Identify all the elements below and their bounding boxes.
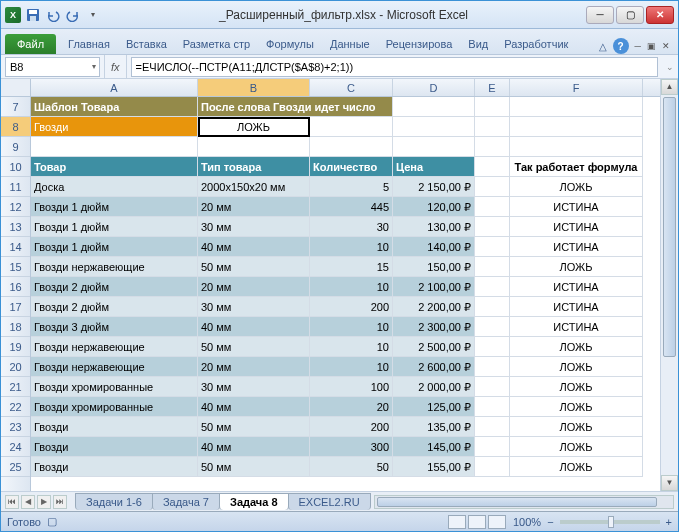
file-tab[interactable]: Файл (5, 34, 56, 54)
ribbon-tab[interactable]: Разметка стр (175, 34, 258, 54)
cell[interactable]: Количество (310, 157, 393, 177)
cell[interactable]: 30 (310, 217, 393, 237)
cell[interactable]: ИСТИНА (510, 217, 643, 237)
cell[interactable]: 2000х150х20 мм (198, 177, 310, 197)
cell[interactable]: Тип товара (198, 157, 310, 177)
cell[interactable]: Гвозди (31, 417, 198, 437)
sheet-nav-last-icon[interactable]: ⏭ (53, 495, 67, 509)
zoom-knob[interactable] (608, 516, 614, 528)
cell[interactable]: Гвозди 1 дюйм (31, 217, 198, 237)
cell[interactable]: 10 (310, 277, 393, 297)
help-icon[interactable]: ? (613, 38, 629, 54)
undo-icon[interactable] (45, 7, 61, 23)
cell[interactable]: ЛОЖЬ (510, 257, 643, 277)
ribbon-tab[interactable]: Разработчик (496, 34, 576, 54)
ribbon-min-icon[interactable]: △ (599, 41, 607, 52)
cell[interactable]: 40 мм (198, 237, 310, 257)
cell[interactable] (310, 117, 393, 137)
formula-bar[interactable]: =ЕЧИСЛО(--ПСТР(A11;ДЛСТР($A$8)+2;1)) (131, 57, 658, 77)
scroll-down-icon[interactable]: ▼ (661, 475, 678, 491)
cell[interactable]: 5 (310, 177, 393, 197)
cell[interactable]: Гвозди хромированные (31, 377, 198, 397)
cell[interactable]: Гвозди 2 дюйм (31, 297, 198, 317)
cell[interactable]: 140,00 ₽ (393, 237, 475, 257)
cell[interactable] (31, 137, 198, 157)
cell[interactable]: ЛОЖЬ (510, 437, 643, 457)
cell[interactable]: 2 150,00 ₽ (393, 177, 475, 197)
cells-area[interactable]: Шаблон ТовараПосле слова Гвозди идет чис… (31, 97, 660, 491)
cell[interactable]: 120,00 ₽ (393, 197, 475, 217)
cell[interactable]: 30 мм (198, 297, 310, 317)
row-header[interactable]: 25 (1, 457, 30, 477)
row-header[interactable]: 22 (1, 397, 30, 417)
maximize-button[interactable]: ▢ (616, 6, 644, 24)
cell[interactable] (475, 397, 510, 417)
cell[interactable]: 50 мм (198, 457, 310, 477)
ribbon-tab[interactable]: Данные (322, 34, 378, 54)
cell[interactable]: 10 (310, 237, 393, 257)
cell[interactable]: 125,00 ₽ (393, 397, 475, 417)
cell[interactable]: Гвозди 1 дюйм (31, 237, 198, 257)
cell[interactable]: Доска (31, 177, 198, 197)
row-header[interactable]: 13 (1, 217, 30, 237)
cell[interactable]: 20 мм (198, 197, 310, 217)
cell[interactable] (393, 117, 475, 137)
sheet-tab[interactable]: Задача 8 (219, 493, 289, 510)
cell[interactable]: 20 (310, 397, 393, 417)
cell[interactable]: 30 мм (198, 217, 310, 237)
row-header[interactable]: 24 (1, 437, 30, 457)
cell[interactable]: 50 (310, 457, 393, 477)
row-header[interactable]: 21 (1, 377, 30, 397)
cell[interactable]: Товар (31, 157, 198, 177)
cell[interactable]: ЛОЖЬ (510, 417, 643, 437)
formula-expand-icon[interactable]: ⌄ (662, 62, 678, 72)
cell[interactable]: 2 000,00 ₽ (393, 377, 475, 397)
view-layout-icon[interactable] (468, 515, 486, 529)
select-all-corner[interactable] (1, 79, 31, 97)
cell[interactable]: Гвозди 1 дюйм (31, 197, 198, 217)
macro-record-icon[interactable]: ▢ (47, 515, 57, 528)
name-box[interactable]: B8 (5, 57, 100, 77)
cell[interactable]: ЛОЖЬ (510, 177, 643, 197)
view-pagebreak-icon[interactable] (488, 515, 506, 529)
close-button[interactable]: ✕ (646, 6, 674, 24)
cell[interactable]: 20 мм (198, 357, 310, 377)
col-header[interactable]: F (510, 79, 643, 96)
fx-icon[interactable]: fx (104, 55, 127, 78)
ribbon-tab[interactable]: Рецензирова (378, 34, 461, 54)
zoom-slider[interactable] (560, 520, 660, 524)
cell[interactable]: ЛОЖЬ (510, 337, 643, 357)
row-header[interactable]: 14 (1, 237, 30, 257)
hscroll-thumb[interactable] (377, 497, 657, 507)
row-header[interactable]: 15 (1, 257, 30, 277)
cell[interactable]: Гвозди (31, 117, 198, 137)
row-header[interactable]: 12 (1, 197, 30, 217)
cell[interactable] (475, 117, 510, 137)
row-header[interactable]: 8 (1, 117, 30, 137)
cell[interactable] (475, 237, 510, 257)
cell[interactable] (475, 277, 510, 297)
vertical-scrollbar[interactable]: ▲ ▼ (660, 79, 678, 491)
cell[interactable]: ЛОЖЬ (510, 397, 643, 417)
cell[interactable]: 2 200,00 ₽ (393, 297, 475, 317)
cell[interactable] (475, 197, 510, 217)
sheet-nav-next-icon[interactable]: ▶ (37, 495, 51, 509)
cell[interactable]: ЛОЖЬ (510, 357, 643, 377)
ribbon-tab[interactable]: Формулы (258, 34, 322, 54)
col-header[interactable]: D (393, 79, 475, 96)
cell[interactable]: Гвозди 3 дюйм (31, 317, 198, 337)
cell[interactable] (475, 97, 510, 117)
row-header[interactable]: 19 (1, 337, 30, 357)
qat-dropdown-icon[interactable]: ▾ (85, 7, 101, 23)
cell[interactable]: Гвозди хромированные (31, 397, 198, 417)
horizontal-scrollbar[interactable] (374, 495, 674, 509)
cell[interactable] (510, 97, 643, 117)
cell[interactable]: 15 (310, 257, 393, 277)
ribbon-tab[interactable]: Вставка (118, 34, 175, 54)
cell[interactable]: 10 (310, 317, 393, 337)
row-header[interactable]: 17 (1, 297, 30, 317)
cell[interactable]: 150,00 ₽ (393, 257, 475, 277)
cell[interactable]: 130,00 ₽ (393, 217, 475, 237)
cell[interactable]: 135,00 ₽ (393, 417, 475, 437)
col-header[interactable]: E (475, 79, 510, 96)
